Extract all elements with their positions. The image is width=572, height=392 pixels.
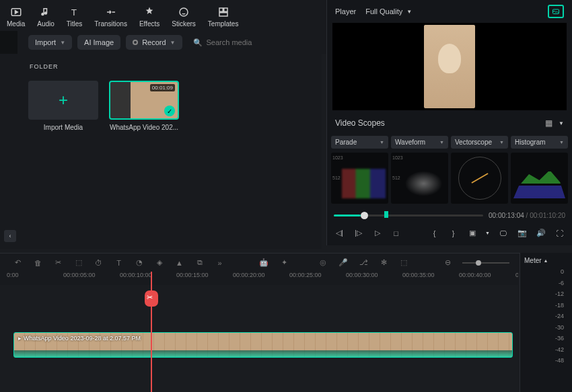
link-button[interactable]: ⬚ [398,257,410,268]
templates-icon [217,6,229,18]
titles-icon: T [69,6,81,18]
progress-bar[interactable] [334,214,483,217]
playhead[interactable] [151,272,152,392]
marker[interactable] [384,211,388,218]
audio-meter-panel: Meter▴ 0 -6 -12 -18 -24 -30 -36 -42 -48 [520,253,572,392]
audio-waveform [14,350,512,357]
ai-image-button[interactable]: AI Image [77,35,120,50]
import-button[interactable]: Import▼ [28,35,72,50]
import-media-card[interactable]: + Import Media [28,81,98,131]
text-button[interactable]: T [113,257,124,268]
ruler-tick: 00:00:35:00 [402,272,459,285]
tab-templates[interactable]: Templates [208,6,239,28]
meter-tick: -18 [555,302,564,309]
tab-transitions[interactable]: Transitions [94,6,127,28]
video-track-clip[interactable]: ▸WhatsApp Video 2023-09-28 at 2.07.57 PM [13,332,513,358]
stop-button[interactable]: □ [390,227,402,239]
snapshot-icon [551,7,561,15]
ruler-tick: 00:00:45 [515,272,518,285]
record-button[interactable]: Record▼ [126,35,182,50]
mixer-button[interactable]: ⎇ [358,257,369,268]
import-label: Import [35,38,56,46]
transitions-icon [105,6,117,18]
timeline-ruler[interactable]: 0:00 00:00:05:00 00:00:10:00 00:00:15:00… [0,272,518,285]
zoom-out-button[interactable]: ⊖ [442,257,454,268]
chevron-down-icon: ▼ [380,140,384,145]
prev-frame-button[interactable]: ◁| [334,227,345,239]
meter-tick: -36 [555,335,564,342]
import-media-label: Import Media [28,124,98,131]
check-icon: ✓ [164,106,175,116]
play-button[interactable]: ▷ [371,227,383,239]
tab-stickers-label: Stickers [172,20,196,28]
mic-button[interactable]: 🎤 [338,257,349,268]
scope-waveform[interactable]: Waveform▼ [391,136,448,149]
tab-effects[interactable]: Effects [139,6,159,28]
meter-tick: -48 [555,357,564,364]
meter-tick: 0 [561,268,564,275]
zoom-slider[interactable] [462,262,509,264]
scope-histogram[interactable]: Histogram▼ [511,136,568,149]
camera-button[interactable]: 📷 [516,227,528,239]
fullscreen-button[interactable]: ⛶ [554,227,565,239]
ruler-tick: 00:00:25:00 [289,272,346,285]
time-total: 00:01:10:20 [530,212,565,219]
undo-button[interactable]: ↶ [12,257,24,268]
tab-audio[interactable]: Audio [37,6,55,28]
mark-out-button[interactable]: } [448,227,459,239]
tab-stickers[interactable]: Stickers [172,6,196,28]
ai-button[interactable]: 🤖 [258,257,270,268]
tab-templates-label: Templates [208,20,239,28]
display-button[interactable]: 🖵 [497,227,509,239]
shield-button[interactable]: ◎ [318,257,329,268]
next-frame-button[interactable]: |▷ [353,227,364,239]
ruler-tick: 00:00:30:00 [346,272,402,285]
scopes-title: Video Scopes [335,118,385,128]
timeline-toolbar: ↶ 🗑 ✂ ⬚ ⏱ T ◔ ◈ ▲ ⧉ » 🤖 ✦ ◎ 🎤 ⎇ ✻ ⬚ ⊖ ⊕ … [0,253,572,272]
tab-titles[interactable]: TTitles [67,6,83,28]
scope-vectorscope[interactable]: Vectorscope▼ [451,136,508,149]
volume-button[interactable]: 🔊 [535,227,546,239]
ruler-tick: 00:00:10:00 [120,272,176,285]
scope-parade[interactable]: Parade▼ [331,136,388,149]
track-clip-name: WhatsApp Video 2023-09-28 at 2.07.57 PM [24,335,141,342]
parade-viz: 1023512 [331,153,388,204]
color-button[interactable]: ◔ [133,257,145,268]
waveform-label: Waveform [395,139,425,146]
speed-button[interactable]: ⏱ [93,257,104,268]
delete-button[interactable]: 🗑 [32,257,44,268]
plus-icon: + [59,91,68,110]
player-title: Player [335,7,356,15]
meter-tick: -30 [555,324,564,331]
group-button[interactable]: ⧉ [194,257,205,268]
video-preview[interactable] [332,23,567,110]
ruler-tick: 00:00:20:00 [233,272,289,285]
mark-in-button[interactable]: { [429,227,440,239]
media-clip[interactable]: 00:01:09 ✓ WhatsApp Video 202... [109,81,179,131]
cut-button[interactable]: ✂ [52,257,64,268]
quality-select[interactable]: Full Quality▼ [365,7,412,15]
scopes-layout-button[interactable]: ▦ [541,116,556,130]
mask-button[interactable]: ▲ [174,257,185,268]
marker-button[interactable]: ✻ [378,257,390,268]
tab-media[interactable]: Media [7,6,25,28]
histogram-label: Histogram [515,139,546,146]
snapshot-button[interactable] [548,5,564,18]
crop-button[interactable]: ▣ [466,227,478,239]
clip-duration: 00:01:09 [150,84,175,91]
ruler-tick: 0:00 [7,272,63,285]
stickers-icon [178,6,190,18]
more-tools-button[interactable]: » [214,257,225,268]
collapse-panel-button[interactable]: ‹ [4,230,16,242]
enhance-button[interactable]: ✦ [279,257,290,268]
waveform-viz: 1023512 [391,153,448,204]
meter-tick: -6 [559,280,564,286]
folder-heading: FOLDER [30,63,293,70]
vectorscope-viz [451,153,508,204]
keyframe-button[interactable]: ◈ [153,257,165,268]
chevron-down-icon: ▼ [406,9,412,15]
chevron-up-icon[interactable]: ▴ [544,258,547,264]
record-label: Record [142,38,166,46]
chevron-down-icon: ▼ [439,140,444,145]
crop-tool-button[interactable]: ⬚ [73,257,84,268]
